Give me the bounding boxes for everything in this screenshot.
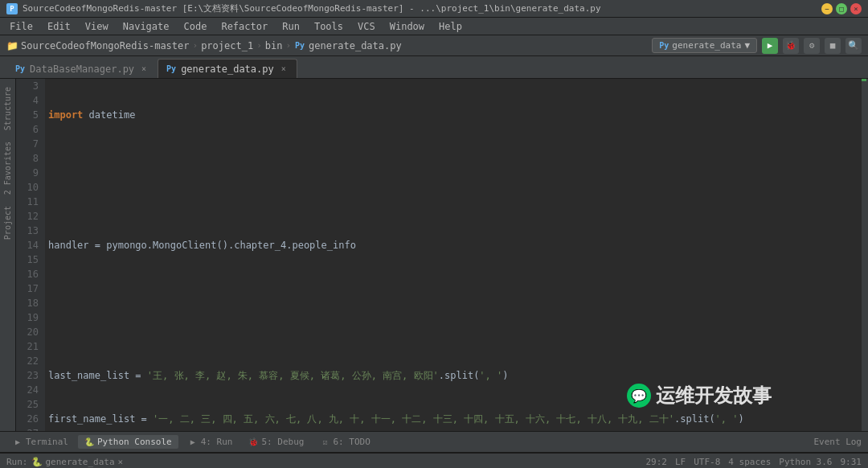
right-scroll-gutter[interactable] bbox=[862, 79, 868, 431]
code-line-3: import datetime bbox=[48, 108, 858, 122]
breadcrumb-repo[interactable]: 📁 SourceCodeofMongoRedis-master bbox=[6, 40, 190, 51]
bottom-panel: ▶ Terminal 🐍 Python Console ▶ 4: Run 🐞 5… bbox=[0, 431, 868, 468]
search-button[interactable]: 🔍 bbox=[845, 38, 862, 54]
menu-item-help[interactable]: Help bbox=[432, 19, 469, 34]
status-run: Run: bbox=[6, 457, 28, 467]
tab-database-manager[interactable]: Py DataBaseManager.py × bbox=[6, 59, 158, 78]
line-numbers: 345678 91011121314 151617181920 21222324… bbox=[16, 79, 45, 431]
tab-label-1: DataBaseManager.py bbox=[30, 64, 134, 75]
status-indent[interactable]: 4 spaces bbox=[728, 457, 771, 467]
debug-tab-icon: 🐞 bbox=[248, 437, 258, 447]
menu-item-run[interactable]: Run bbox=[276, 19, 306, 34]
menu-bar: FileEditViewNavigateCodeRefactorRunTools… bbox=[0, 18, 868, 35]
run-config-icon-status: 🐍 bbox=[31, 457, 43, 467]
status-bar: Run: 🐍 generate_data × 29:2 LF UTF-8 4 s… bbox=[0, 453, 868, 468]
nav-bar: 📁 SourceCodeofMongoRedis-master › projec… bbox=[0, 35, 868, 56]
menu-item-navigate[interactable]: Navigate bbox=[117, 19, 176, 34]
build-button[interactable]: ⚙ bbox=[804, 38, 820, 54]
tab-label-2: generate_data.py bbox=[181, 64, 274, 75]
menu-item-window[interactable]: Window bbox=[383, 19, 431, 34]
breadcrumb-sep-2: › bbox=[256, 40, 262, 51]
bottom-tab-run-label: 4: Run bbox=[201, 437, 233, 447]
run-close-icon[interactable]: × bbox=[118, 457, 124, 467]
python-file-icon: Py bbox=[294, 40, 305, 51]
tabs-bar: Py DataBaseManager.py × Py generate_data… bbox=[0, 56, 868, 79]
code-line-9: last_name_list = '王, 张, 李, 赵, 朱, 慕容, 夏候,… bbox=[48, 368, 858, 383]
editor-container: Structure 2 Favorites Project 345678 910… bbox=[0, 79, 868, 431]
status-encoding[interactable]: UTF-8 bbox=[694, 457, 720, 467]
side-tab-favorites[interactable]: 2 Favorites bbox=[2, 137, 14, 199]
status-time: 9:31 bbox=[841, 457, 862, 467]
title-bar: P SourceCodeofMongoRedis-master [E:\文档资料… bbox=[0, 0, 868, 18]
breadcrumb-sep-1: › bbox=[193, 40, 199, 51]
minimize-button[interactable]: − bbox=[821, 3, 833, 14]
code-content[interactable]: import datetime handler = pymongo.MongoC… bbox=[45, 79, 862, 431]
menu-item-code[interactable]: Code bbox=[178, 19, 214, 34]
close-button[interactable]: × bbox=[850, 3, 862, 14]
folder-icon: 📁 bbox=[6, 40, 18, 51]
tab-icon-1: Py bbox=[15, 64, 25, 73]
bottom-tab-todo-label: 6: TODO bbox=[333, 437, 370, 447]
todo-tab-icon: ☑ bbox=[320, 437, 330, 447]
menu-item-file[interactable]: File bbox=[3, 19, 39, 34]
breadcrumb-sep-3: › bbox=[285, 40, 291, 51]
menu-item-view[interactable]: View bbox=[79, 19, 115, 34]
bottom-tabs: ▶ Terminal 🐍 Python Console ▶ 4: Run 🐞 5… bbox=[0, 432, 868, 453]
side-tab-structure[interactable]: Structure bbox=[2, 82, 14, 135]
side-tab-project[interactable]: Project bbox=[2, 201, 14, 244]
maximize-button[interactable]: □ bbox=[836, 3, 847, 14]
window-controls[interactable]: − □ × bbox=[821, 3, 862, 14]
run-button[interactable]: ▶ bbox=[762, 38, 778, 54]
bottom-tab-run[interactable]: ▶ 4: Run bbox=[182, 435, 240, 449]
editor-wrapper: 345678 91011121314 151617181920 21222324… bbox=[16, 79, 868, 431]
status-row-col[interactable]: 29:2 bbox=[645, 457, 667, 467]
run-tab-icon: ▶ bbox=[188, 437, 198, 447]
app-icon: P bbox=[6, 3, 18, 14]
bottom-tab-todo[interactable]: ☑ 6: TODO bbox=[313, 435, 376, 449]
code-line-7 bbox=[48, 281, 858, 296]
code-line-8 bbox=[48, 325, 858, 339]
bottom-tab-debug-label: 5: Debug bbox=[261, 437, 304, 447]
run-config-dropdown[interactable]: Py generate_data ▼ bbox=[652, 38, 757, 53]
bottom-tab-python-console-label: Python Console bbox=[97, 437, 172, 447]
menu-item-vcs[interactable]: VCS bbox=[351, 19, 382, 34]
bottom-tab-python-console[interactable]: 🐍 Python Console bbox=[78, 435, 178, 449]
status-python-version[interactable]: Python 3.6 bbox=[779, 457, 832, 467]
bottom-tab-terminal[interactable]: ▶ Terminal bbox=[6, 435, 75, 449]
python-console-icon: 🐍 bbox=[84, 437, 94, 447]
code-line-4 bbox=[48, 151, 858, 166]
code-line-6: handler = pymongo.MongoClient().chapter_… bbox=[48, 238, 858, 252]
breadcrumb-file[interactable]: Py generate_data.py bbox=[294, 40, 402, 51]
run-config-label: generate_data bbox=[672, 40, 741, 51]
window-title: SourceCodeofMongoRedis-master [E:\文档资料\S… bbox=[23, 2, 601, 14]
run-controls: Py generate_data ▼ ▶ 🐞 ⚙ ■ 🔍 bbox=[652, 38, 862, 54]
bottom-tab-terminal-label: Terminal bbox=[26, 437, 68, 447]
dropdown-arrow-icon: ▼ bbox=[744, 40, 750, 51]
stop-button[interactable]: ■ bbox=[825, 38, 841, 54]
breadcrumb-bin[interactable]: bin bbox=[265, 40, 283, 51]
breadcrumb-file-label: generate_data.py bbox=[309, 40, 402, 51]
debug-button[interactable]: 🐞 bbox=[783, 38, 799, 54]
breadcrumb-project-label: project_1 bbox=[201, 40, 253, 51]
side-tabs: Structure 2 Favorites Project bbox=[0, 79, 16, 431]
menu-item-tools[interactable]: Tools bbox=[308, 19, 350, 34]
status-right-items: 29:2 LF UTF-8 4 spaces Python 3.6 9:31 bbox=[645, 457, 862, 467]
breadcrumb-project[interactable]: project_1 bbox=[201, 40, 253, 51]
code-line-5 bbox=[48, 195, 858, 209]
tab-close-1[interactable]: × bbox=[139, 64, 149, 74]
code-area[interactable]: 345678 91011121314 151617181920 21222324… bbox=[16, 79, 862, 431]
status-line-ending[interactable]: LF bbox=[675, 457, 686, 467]
tab-generate-data[interactable]: Py generate_data.py × bbox=[158, 59, 297, 78]
bottom-tab-debug[interactable]: 🐞 5: Debug bbox=[242, 435, 310, 449]
menu-item-refactor[interactable]: Refactor bbox=[215, 19, 274, 34]
terminal-icon: ▶ bbox=[13, 437, 23, 447]
run-config-status-label: generate_data bbox=[46, 457, 115, 467]
run-config-icon: Py bbox=[659, 41, 669, 50]
menu-item-edit[interactable]: Edit bbox=[41, 19, 77, 34]
title-bar-left: P SourceCodeofMongoRedis-master [E:\文档资料… bbox=[6, 2, 601, 14]
breadcrumb-repo-label: SourceCodeofMongoRedis-master bbox=[21, 40, 190, 51]
tab-close-2[interactable]: × bbox=[279, 64, 289, 74]
tab-icon-2: Py bbox=[166, 64, 176, 73]
event-log-label[interactable]: Event Log bbox=[813, 437, 862, 447]
breadcrumb-bin-label: bin bbox=[265, 40, 283, 51]
